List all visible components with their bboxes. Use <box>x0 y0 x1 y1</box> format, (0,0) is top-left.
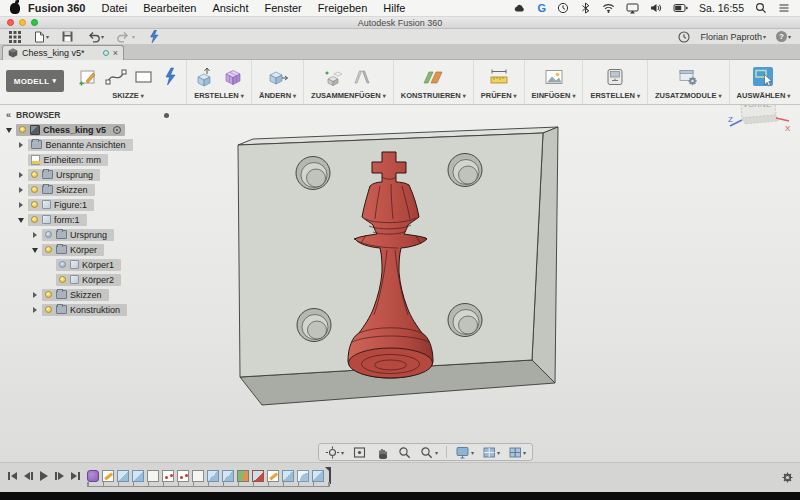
group-label-zusammenfuegen[interactable]: ZUSAMMENFÜGEN <box>311 91 386 100</box>
step-forward-button[interactable] <box>55 472 64 480</box>
sync-bolt-icon[interactable] <box>148 30 160 43</box>
browser-item[interactable]: Benannte Ansichten <box>0 137 175 152</box>
menu-datei[interactable]: Datei <box>101 2 127 14</box>
hole-top-right[interactable] <box>448 154 482 187</box>
browser-item[interactable]: Skizzen <box>0 182 175 197</box>
browser-item[interactable]: Ursprung <box>0 167 175 182</box>
menu-hilfe[interactable]: Hilfe <box>383 2 405 14</box>
timeline-feature[interactable] <box>192 470 204 482</box>
visibility-bulb-icon[interactable] <box>31 171 38 178</box>
visibility-bulb-icon[interactable] <box>59 276 66 283</box>
new-file-icon[interactable]: ▾ <box>34 31 49 43</box>
group-label-pruefen[interactable]: PRÜFEN <box>481 91 517 100</box>
zoom-window-icon[interactable]: ▾ <box>420 446 438 459</box>
browser-item[interactable]: Einheiten: mm <box>0 152 175 167</box>
group-label-konstruieren[interactable]: KONSTRUIEREN <box>401 91 466 100</box>
collapse-browser-icon[interactable]: « <box>6 110 10 120</box>
data-panel-grid-icon[interactable] <box>9 31 21 43</box>
browser-item[interactable]: Körper1 <box>0 257 175 272</box>
menu-fenster[interactable]: Fenster <box>264 2 301 14</box>
workspace-switcher-button[interactable]: MODELL <box>6 70 64 92</box>
apple-menu-icon[interactable] <box>10 3 20 14</box>
timeline-feature[interactable] <box>237 470 249 482</box>
scene-3d[interactable] <box>230 120 575 420</box>
timeline-feature[interactable] <box>87 470 99 482</box>
timeline-feature[interactable] <box>117 470 129 482</box>
visibility-bulb-icon[interactable] <box>45 291 52 298</box>
addins-icon[interactable] <box>677 67 699 87</box>
measure-icon[interactable] <box>488 67 510 87</box>
pan-icon[interactable] <box>375 446 390 459</box>
insert-image-icon[interactable] <box>543 67 565 87</box>
visibility-bulb-icon[interactable] <box>31 201 38 208</box>
timeline-feature[interactable] <box>132 470 144 482</box>
save-icon[interactable] <box>62 31 73 42</box>
browser-item[interactable]: Körper2 <box>0 272 175 287</box>
go-to-end-button[interactable] <box>71 472 80 480</box>
browser-item[interactable]: form:1 <box>0 212 175 227</box>
expander-icon[interactable] <box>18 171 25 179</box>
browser-header[interactable]: « BROWSER <box>0 108 175 122</box>
visibility-bulb-icon[interactable] <box>19 126 26 133</box>
expander-icon[interactable] <box>32 291 39 299</box>
app-menu[interactable]: Fusion 360 <box>28 2 85 14</box>
look-at-icon[interactable] <box>352 446 367 459</box>
gear-icon[interactable] <box>781 471 794 486</box>
volume-icon[interactable] <box>650 3 662 13</box>
spotlight-icon[interactable] <box>755 2 767 14</box>
timeline-feature[interactable] <box>297 470 309 482</box>
timeline-feature[interactable] <box>312 470 324 482</box>
timeline-feature[interactable] <box>102 470 114 482</box>
expander-icon[interactable] <box>18 141 25 149</box>
visibility-bulb-icon[interactable] <box>59 261 66 268</box>
visibility-bulb-icon[interactable] <box>31 216 38 223</box>
airplay-icon[interactable] <box>626 3 639 14</box>
visibility-bulb-icon[interactable] <box>45 246 52 253</box>
tab-close-icon[interactable]: × <box>113 49 118 58</box>
hole-bottom-right[interactable] <box>448 304 482 337</box>
group-label-skizze[interactable]: SKIZZE <box>112 91 144 100</box>
expander-icon[interactable] <box>32 246 39 254</box>
undo-icon[interactable]: ▾ <box>86 31 104 43</box>
zoom-icon[interactable] <box>398 446 412 459</box>
create-sketch-icon[interactable] <box>77 67 99 87</box>
extrude-icon[interactable] <box>194 67 216 87</box>
browser-item[interactable]: Ursprung <box>0 227 175 242</box>
group-label-auswaehlen[interactable]: AUSWÄHLEN <box>737 91 791 100</box>
viewports-icon[interactable]: ▾ <box>508 446 526 459</box>
make-3d-print-icon[interactable] <box>604 67 626 87</box>
wifi-icon[interactable] <box>602 3 615 13</box>
browser-item[interactable]: Konstruktion <box>0 302 175 317</box>
activate-component-radio[interactable] <box>113 126 121 134</box>
form-mesh-icon[interactable] <box>222 67 244 87</box>
timeline-feature[interactable] <box>177 470 189 482</box>
browser-item[interactable]: Körper <box>0 242 175 257</box>
display-settings-icon[interactable]: ▾ <box>455 446 474 459</box>
spline-icon[interactable] <box>105 67 127 87</box>
battery-icon[interactable] <box>673 3 688 13</box>
menu-bearbeiten[interactable]: Bearbeiten <box>143 2 196 14</box>
select-icon[interactable] <box>752 66 774 87</box>
expander-icon[interactable] <box>18 216 25 224</box>
user-account-menu[interactable]: Florian Paproth▾ <box>700 32 766 42</box>
construction-plane-icon[interactable] <box>422 67 444 87</box>
browser-item[interactable]: Skizzen <box>0 287 175 302</box>
step-back-button[interactable] <box>24 472 33 480</box>
timeline-feature[interactable] <box>222 470 234 482</box>
browser-item[interactable]: Figure:1 <box>0 197 175 212</box>
group-label-einfuegen[interactable]: EINFÜGEN <box>532 91 576 100</box>
press-pull-icon[interactable] <box>267 67 289 87</box>
expander-icon[interactable] <box>32 306 39 314</box>
g-logo-icon[interactable]: G <box>537 2 546 14</box>
visibility-bulb-icon[interactable] <box>45 306 52 313</box>
expander-icon[interactable] <box>18 201 25 209</box>
browser-options-icon[interactable] <box>164 113 169 118</box>
joint-icon[interactable] <box>351 67 373 87</box>
redo-icon[interactable]: ▾ <box>117 31 135 43</box>
expander-icon[interactable] <box>18 186 25 194</box>
expander-icon[interactable] <box>6 126 13 134</box>
visibility-bulb-icon[interactable] <box>31 186 38 193</box>
group-label-aendern[interactable]: ÄNDERN <box>259 91 296 100</box>
sync-cloud-icon[interactable] <box>513 3 526 14</box>
go-to-start-button[interactable] <box>8 472 17 480</box>
